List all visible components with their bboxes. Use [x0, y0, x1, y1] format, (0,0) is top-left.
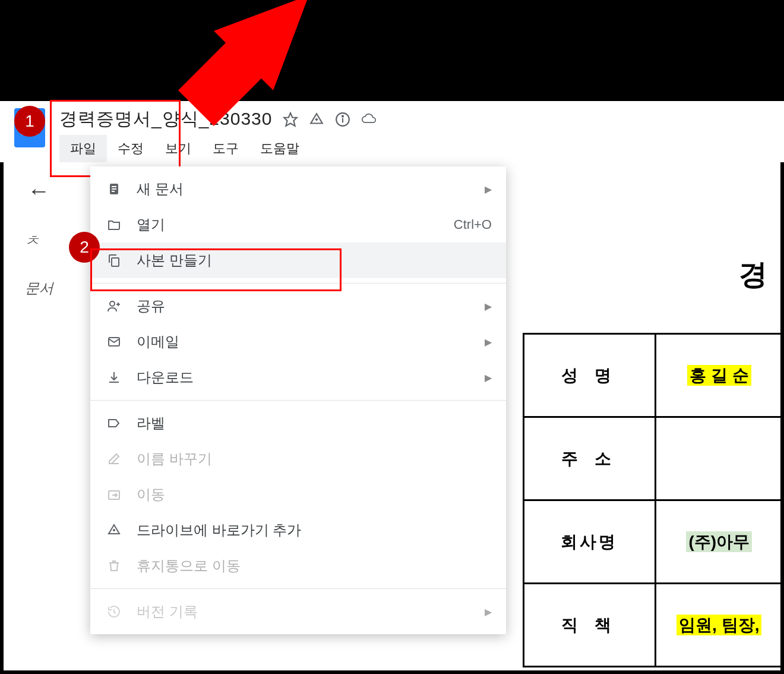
- table-row: 직 책 임원, 팀장,: [524, 584, 783, 667]
- table-row: 성 명 홍 길 순: [524, 334, 783, 417]
- menu-email[interactable]: 이메일 ▶: [90, 324, 506, 360]
- menu-add-shortcut[interactable]: 드라이브에 바로가기 추가: [90, 512, 506, 548]
- info-icon[interactable]: [335, 112, 350, 127]
- menu-rename: 이름 바꾸기: [90, 441, 506, 477]
- drive-shortcut-icon[interactable]: [309, 112, 324, 127]
- menu-divider: [90, 588, 506, 589]
- share-icon: [105, 297, 124, 316]
- folder-icon: [105, 215, 124, 234]
- menu-version-history[interactable]: 버전 기록 ▶: [90, 594, 506, 629]
- menu-label: 이동: [137, 485, 492, 504]
- cloud-saved-icon[interactable]: [361, 112, 377, 127]
- drive-shortcut-icon: [105, 521, 124, 540]
- menu-label: 라벨: [137, 414, 492, 433]
- menu-label: 열기: [137, 215, 454, 234]
- menu-label: 공유: [137, 297, 479, 316]
- cell-position-label: 직 책: [524, 584, 656, 667]
- menu-open[interactable]: 열기 Ctrl+O: [90, 207, 506, 242]
- menu-divider: [90, 283, 506, 284]
- document-form-table: 성 명 홍 길 순 주 소 회사명 (주)아무 직 책 임원, 팀장,: [523, 333, 784, 667]
- chevron-right-icon: ▶: [485, 336, 492, 348]
- cell-name-value[interactable]: 홍 길 순: [655, 334, 783, 417]
- back-arrow-icon[interactable]: ←: [27, 178, 55, 204]
- menu-move: 이동: [90, 477, 506, 512]
- header: 경력증명서_양식_230330 파일 수정 보기 도구 도움말: [0, 101, 784, 162]
- svg-rect-12: [112, 258, 119, 266]
- menu-new-document[interactable]: 새 문서 ▶: [90, 171, 506, 207]
- svg-marker-0: [178, 0, 309, 126]
- trash-icon: [105, 556, 124, 575]
- download-icon: [105, 368, 124, 387]
- menubar-help[interactable]: 도움말: [249, 135, 310, 162]
- menubar-tools[interactable]: 도구: [202, 135, 249, 162]
- chevron-right-icon: ▶: [485, 301, 492, 312]
- svg-point-7: [342, 115, 343, 116]
- chevron-right-icon: ▶: [485, 184, 492, 195]
- bottom-border: [0, 670, 784, 674]
- menubar-file[interactable]: 파일: [59, 135, 107, 162]
- file-menu-dropdown: 새 문서 ▶ 열기 Ctrl+O 사본 만들기 공유 ▶ 이메일 ▶ 다운로드 …: [90, 166, 506, 634]
- document-icon: [105, 179, 124, 199]
- table-row: 주 소: [524, 417, 783, 500]
- svg-rect-9: [112, 186, 116, 187]
- cell-company-label: 회사명: [524, 500, 656, 584]
- menu-download[interactable]: 다운로드 ▶: [90, 360, 506, 395]
- history-icon: [105, 602, 124, 621]
- move-icon: [105, 485, 124, 504]
- cell-company-value[interactable]: (주)아무: [655, 500, 783, 584]
- annotation-step-1: 1: [14, 106, 45, 137]
- email-icon: [105, 332, 124, 351]
- svg-point-13: [110, 301, 115, 306]
- svg-rect-11: [112, 191, 115, 192]
- chevron-right-icon: ▶: [485, 606, 492, 618]
- menu-labels[interactable]: 라벨: [90, 405, 506, 441]
- cell-address-label: 주 소: [524, 417, 656, 500]
- copy-icon: [105, 251, 124, 270]
- menubar-edit[interactable]: 수정: [107, 135, 154, 162]
- chevron-right-icon: ▶: [485, 372, 492, 383]
- label-icon: [105, 414, 124, 433]
- menu-label: 사본 만들기: [137, 251, 492, 270]
- menu-label: 이름 바꾸기: [137, 449, 492, 468]
- cell-address-value[interactable]: [655, 417, 783, 500]
- annotation-step-2: 2: [69, 232, 100, 263]
- menu-make-copy[interactable]: 사본 만들기: [90, 242, 506, 278]
- svg-rect-10: [112, 188, 116, 190]
- menu-label: 새 문서: [137, 179, 479, 199]
- left-border: [0, 101, 4, 674]
- table-row: 회사명 (주)아무: [524, 500, 783, 584]
- menubar: 파일 수정 보기 도구 도움말: [59, 135, 772, 162]
- rename-icon: [105, 449, 124, 468]
- top-black-bar: [0, 0, 784, 101]
- document-heading-partial: 경: [739, 256, 767, 294]
- menu-share[interactable]: 공유 ▶: [90, 288, 506, 324]
- menu-label: 드라이브에 바로가기 추가: [137, 521, 492, 540]
- menu-divider: [90, 400, 506, 401]
- menu-label: 이메일: [137, 332, 479, 351]
- menu-label: 휴지통으로 이동: [137, 556, 492, 575]
- outline-panel: ← ㅊ 문서: [25, 178, 55, 326]
- menu-shortcut: Ctrl+O: [454, 217, 492, 232]
- cell-name-label: 성 명: [524, 334, 656, 417]
- outline-hint: ㅊ: [25, 231, 55, 250]
- menu-label: 다운로드: [137, 368, 479, 387]
- menu-label: 버전 기록: [137, 602, 479, 621]
- red-arrow-annotation: [154, 0, 309, 126]
- menubar-view[interactable]: 보기: [154, 135, 202, 162]
- outline-doc-label: 문서: [25, 279, 55, 298]
- menu-trash: 휴지통으로 이동: [90, 548, 506, 584]
- cell-position-value[interactable]: 임원, 팀장,: [655, 584, 783, 667]
